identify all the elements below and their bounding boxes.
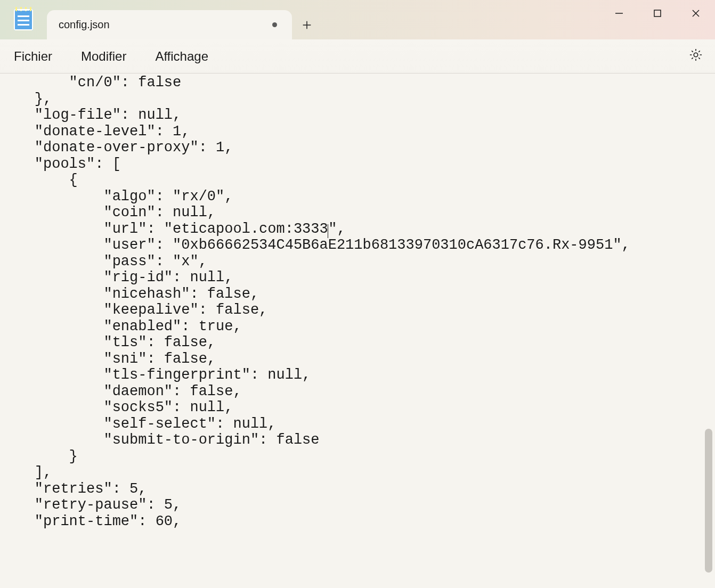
editor-line: "algo": "rx/0",	[0, 189, 715, 205]
editor-line: "coin": null,	[0, 205, 715, 221]
text-caret	[328, 224, 329, 238]
minimize-button[interactable]	[600, 0, 638, 27]
gear-icon	[688, 47, 703, 62]
editor-line: "tls-fingerprint": null,	[0, 367, 715, 383]
menu-edit[interactable]: Modifier	[81, 49, 126, 64]
editor-line: "donate-over-proxy": 1,	[0, 140, 715, 156]
editor-line: "url": "eticapool.com:3333",	[0, 221, 715, 238]
unsaved-dot-icon	[272, 22, 277, 27]
editor-line: "donate-level": 1,	[0, 124, 715, 140]
editor-line: "tls": false,	[0, 334, 715, 351]
titlebar: config.json	[0, 0, 715, 39]
editor-line: "pass": "x",	[0, 254, 715, 270]
editor-line: {	[0, 172, 715, 189]
menubar: Fichier Modifier Affichage	[0, 39, 715, 74]
svg-rect-3	[654, 10, 661, 17]
menu-file[interactable]: Fichier	[14, 49, 52, 64]
editor-line: "cn/0": false	[0, 75, 715, 91]
text-editor[interactable]: "cn/0": false }, "log-file": null, "dona…	[0, 74, 715, 588]
menu-view[interactable]: Affichage	[155, 49, 208, 64]
scrollbar-thumb[interactable]	[705, 429, 712, 573]
editor-line: }	[0, 448, 715, 465]
editor-line: "submit-to-origin": false	[0, 432, 715, 448]
editor-line: "nicehash": false,	[0, 286, 715, 303]
close-button[interactable]	[677, 0, 715, 27]
editor-line: "retries": 5,	[0, 481, 715, 497]
editor-line: "log-file": null,	[0, 107, 715, 124]
maximize-button[interactable]	[638, 0, 677, 27]
editor-line: "rig-id": null,	[0, 270, 715, 286]
tab-config-json[interactable]: config.json	[47, 10, 292, 39]
editor-line: ],	[0, 464, 715, 481]
svg-point-6	[694, 53, 697, 56]
editor-line: "self-select": null,	[0, 416, 715, 432]
editor-area: "cn/0": false }, "log-file": null, "dona…	[0, 74, 715, 588]
vertical-scrollbar[interactable]	[703, 74, 714, 588]
editor-line: "user": "0xb66662534C45B6aE211b681339703…	[0, 237, 715, 254]
editor-line: "sni": false,	[0, 351, 715, 368]
app-icon	[0, 0, 47, 39]
editor-line: "retry-pause": 5,	[0, 497, 715, 513]
editor-line: "enabled": true,	[0, 318, 715, 335]
tab-title: config.json	[59, 19, 110, 31]
settings-button[interactable]	[688, 47, 703, 66]
editor-line: "daemon": false,	[0, 383, 715, 400]
window-controls	[600, 0, 715, 27]
new-tab-button[interactable]	[292, 10, 322, 39]
editor-line: },	[0, 91, 715, 108]
editor-line: "print-time": 60,	[0, 513, 715, 530]
editor-line: "pools": [	[0, 156, 715, 173]
editor-line: "keepalive": false,	[0, 302, 715, 318]
editor-line: "socks5": null,	[0, 399, 715, 416]
